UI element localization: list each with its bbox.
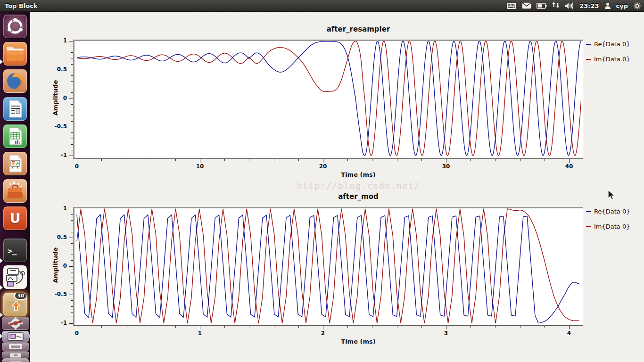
y-minor-tick <box>71 232 73 232</box>
folded-app-tile[interactable] <box>2 359 29 362</box>
y-tick-label: -0.5 <box>47 123 67 130</box>
sync-arrows-indicator-icon[interactable] <box>552 2 560 9</box>
y-major-tick <box>69 156 73 156</box>
terminal-glyph: >_ <box>8 247 17 255</box>
ubuntu-one-button[interactable]: U <box>3 206 27 230</box>
y-major-tick <box>69 99 73 99</box>
x-major-tick <box>446 326 446 329</box>
y-minor-tick <box>71 312 73 313</box>
x-minor-tick <box>495 326 495 328</box>
battery-indicator-icon[interactable] <box>537 3 547 9</box>
csdn-watermark: http://blog.csdn.net/ <box>103 181 613 191</box>
folded-app-tile[interactable] <box>2 351 29 359</box>
x-major-tick <box>77 159 77 163</box>
session-gear-indicator-icon[interactable] <box>633 2 641 10</box>
x-minor-tick <box>545 326 545 328</box>
chart1-plot-area <box>73 40 583 159</box>
x-minor-tick <box>224 159 225 161</box>
x-tick-label: 20 <box>309 163 337 170</box>
messaging-indicator-icon[interactable] <box>522 2 531 9</box>
top-block-window: after_resampler Amplitude Time (ms) http… <box>30 11 644 362</box>
desktop: Top Block 23:23 cy <box>0 0 644 362</box>
mouse-cursor <box>607 189 618 201</box>
y-tick-label: 0.5 <box>47 234 67 240</box>
y-minor-tick <box>71 318 73 318</box>
y-minor-tick <box>71 249 73 249</box>
x-major-tick <box>569 326 570 329</box>
x-minor-tick <box>421 326 422 328</box>
x-major-tick <box>200 159 200 163</box>
x-minor-tick <box>298 159 299 161</box>
y-tick-label: 1 <box>47 205 67 212</box>
legend-entry: Re{Data 0} <box>586 208 630 215</box>
y-minor-tick <box>71 289 73 289</box>
x-tick-label: 2 <box>309 330 337 337</box>
flow-graph-window-icon <box>2 331 29 342</box>
dash-home-button[interactable] <box>3 15 27 38</box>
legend-entry: Re{Data 0} <box>586 41 630 48</box>
chart1-waveform-canvas <box>74 41 581 156</box>
flattened-window-icon <box>2 343 29 351</box>
x-major-tick <box>323 159 323 163</box>
writer-document-icon <box>4 98 26 120</box>
folded-app-tile[interactable] <box>2 342 29 351</box>
x-minor-tick <box>274 159 274 161</box>
user-name[interactable]: cyp <box>616 2 628 9</box>
files-button[interactable] <box>3 42 27 66</box>
libreoffice-calc-button[interactable] <box>3 124 27 148</box>
y-minor-tick <box>71 47 73 47</box>
x-tick-label: 0 <box>63 163 91 170</box>
y-minor-tick <box>71 220 73 221</box>
chart1-x-axis-label: Time (ms) <box>103 171 613 178</box>
legend-label: Re{Data 0} <box>594 41 630 48</box>
indicator-tray: 23:23 cyp <box>506 0 641 11</box>
chart2-title: after_mod <box>103 192 613 201</box>
terminal-button[interactable]: >_ <box>3 239 27 262</box>
y-major-tick <box>69 266 73 267</box>
running-indicator <box>0 285 3 290</box>
libreoffice-writer-button[interactable] <box>3 97 27 121</box>
gnuradio-companion-button[interactable] <box>3 265 27 289</box>
x-tick-label: 10 <box>186 163 214 170</box>
x-minor-tick <box>372 159 372 161</box>
calc-spreadsheet-icon <box>4 125 26 148</box>
y-minor-tick <box>71 132 73 133</box>
software-center-button[interactable] <box>3 179 27 203</box>
firefox-icon <box>4 70 26 92</box>
x-minor-tick <box>249 159 249 161</box>
x-major-tick <box>323 326 323 329</box>
sound-indicator-icon[interactable] <box>565 2 574 9</box>
system-tool-gear-icon <box>2 317 29 329</box>
x-tick-label: 30 <box>432 163 460 170</box>
folded-app-tile[interactable] <box>2 331 29 342</box>
legend-label: Re{Data 0} <box>594 208 630 215</box>
chart1-title: after_resampler <box>103 25 613 33</box>
keyboard-indicator-icon[interactable] <box>506 2 517 9</box>
y-minor-tick <box>71 110 73 110</box>
y-tick-label: 0 <box>47 95 67 101</box>
x-minor-tick <box>520 159 520 161</box>
update-folder-button[interactable]: 30 <box>3 293 27 316</box>
running-indicator <box>0 59 3 64</box>
legend-entry: Im{Data 0} <box>586 223 630 230</box>
chart2-waveform-canvas <box>74 208 581 323</box>
software-center-bag-icon <box>4 180 26 202</box>
firefox-button[interactable] <box>3 69 27 93</box>
x-tick-label: 4 <box>555 330 583 337</box>
y-minor-tick <box>71 92 73 93</box>
y-tick-label: -1 <box>47 320 67 326</box>
x-minor-tick <box>151 326 151 328</box>
x-minor-tick <box>397 159 397 161</box>
x-minor-tick <box>397 326 397 328</box>
y-minor-tick <box>71 214 73 215</box>
folded-app-tile[interactable] <box>2 317 29 330</box>
y-minor-tick <box>71 278 73 278</box>
y-minor-tick <box>71 283 73 284</box>
libreoffice-impress-button[interactable] <box>3 152 27 175</box>
y-tick-label: 0.5 <box>47 66 67 73</box>
x-tick-label: 40 <box>555 163 583 170</box>
folder-icon <box>4 42 26 65</box>
user-indicator-icon[interactable] <box>604 2 611 9</box>
clock[interactable]: 23:23 <box>579 2 599 9</box>
x-minor-tick <box>495 159 495 161</box>
